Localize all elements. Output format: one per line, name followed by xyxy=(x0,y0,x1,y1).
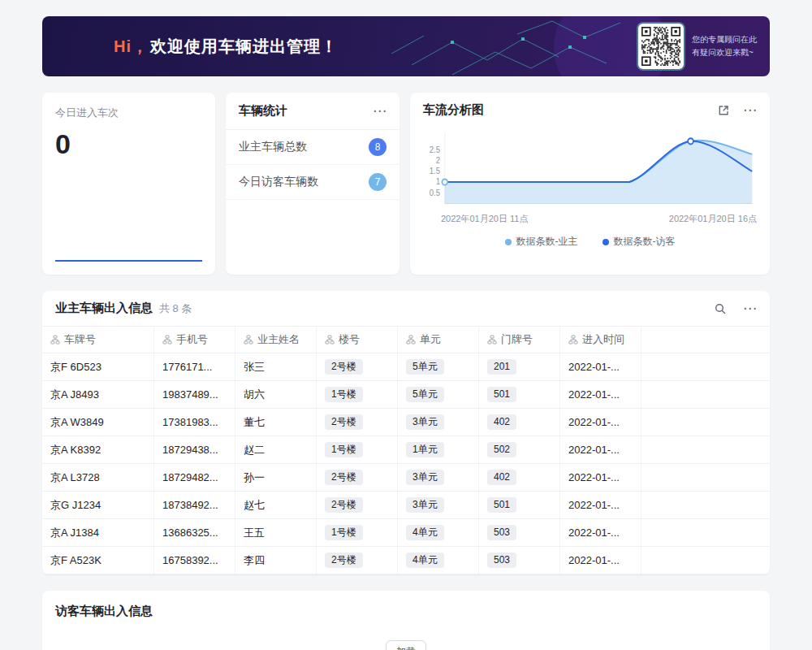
table-cell: 19837489... xyxy=(154,381,235,408)
qr-caption-line2: 有疑问欢迎来戳~ xyxy=(692,46,757,59)
option-tag: 1号楼 xyxy=(325,442,363,458)
banner-title: Hi，欢迎使用车辆进出管理！ xyxy=(114,36,338,58)
table-cell: 京A W3849 xyxy=(42,409,154,436)
table-cell-filler xyxy=(641,381,770,408)
option-tag: 1号楼 xyxy=(325,525,363,541)
svg-text:1.5: 1.5 xyxy=(430,167,441,176)
legend-label: 数据条数-访客 xyxy=(614,235,676,249)
stat-row: 今日访客车辆数7 xyxy=(226,165,400,200)
option-tag: 3单元 xyxy=(406,497,444,514)
stat-count-badge: 7 xyxy=(369,173,387,191)
today-entries-card: 今日进入车次 0 xyxy=(42,93,215,275)
chart-legend: 数据条数-业主数据条数-访客 xyxy=(423,235,757,249)
table-cell: 2022-01-... xyxy=(560,547,641,574)
traffic-chart-card: 车流分析图 ⋯ 0.511.522.5 2022年01月20日 11点 2022… xyxy=(410,93,770,275)
table-cell: 402 xyxy=(479,409,560,436)
x-axis-label-start: 2022年01月20日 11点 xyxy=(441,213,528,225)
table-cell: 2022-01-... xyxy=(560,464,641,491)
table-row[interactable]: 京A J138413686325...王五1号楼4单元5032022-01-..… xyxy=(42,519,770,547)
column-header-label: 门牌号 xyxy=(501,332,533,347)
option-tag: 5单元 xyxy=(406,387,444,403)
table-row[interactable]: 京A W384917381983...董七2号楼3单元4022022-01-..… xyxy=(42,409,770,436)
search-icon[interactable] xyxy=(714,302,727,315)
table-cell: 17381983... xyxy=(154,409,235,436)
option-tag: 2号楼 xyxy=(325,497,363,514)
table-cell-filler xyxy=(641,492,770,518)
field-type-icon xyxy=(162,335,172,344)
table-cell: 2022-01-... xyxy=(560,519,641,546)
option-tag: 2号楼 xyxy=(325,552,363,569)
option-tag: 2号楼 xyxy=(325,359,363,375)
option-tag: 402 xyxy=(487,414,516,431)
table-cell-filler xyxy=(641,519,770,546)
table-cell: 董七 xyxy=(235,409,317,436)
table-cell: 京A J8493 xyxy=(42,381,154,408)
table-cell: 孙一 xyxy=(235,464,317,491)
option-tag: 4单元 xyxy=(406,525,444,541)
table-row[interactable]: 京A J849319837489...胡六1号楼5单元5012022-01-..… xyxy=(42,381,770,409)
column-header-label: 楼号 xyxy=(339,332,360,347)
table-cell: 京F A523K xyxy=(42,547,154,574)
vehicle-stats-title: 车辆统计 xyxy=(239,103,287,119)
table-cell: 京A J1384 xyxy=(42,519,154,546)
column-header[interactable]: 进入时间 xyxy=(560,327,641,353)
table-cell: 赵七 xyxy=(235,492,317,518)
banner-title-text: 欢迎使用车辆进出管理！ xyxy=(150,37,338,55)
table-cell: 501 xyxy=(479,492,560,518)
vehicle-stats-list: 业主车辆总数8今日访客车辆数7 xyxy=(226,130,400,200)
table-cell-filler xyxy=(641,436,770,463)
more-icon[interactable]: ⋯ xyxy=(743,301,757,315)
top-cards-row: 今日进入车次 0 车辆统计 ⋯ 业主车辆总数8今日访客车辆数7 车流分析图 xyxy=(42,93,770,275)
table-cell: 3单元 xyxy=(398,409,479,436)
table-cell: 18729438... xyxy=(154,436,235,463)
column-header[interactable]: 门牌号 xyxy=(479,327,560,353)
column-header[interactable]: 手机号 xyxy=(154,327,235,353)
load-more-button[interactable]: 加载 xyxy=(386,640,426,650)
table-cell: 1号楼 xyxy=(317,436,398,463)
table-row[interactable]: 京G J123418738492...赵七2号楼3单元5012022-01-..… xyxy=(42,492,770,519)
column-header[interactable]: 单元 xyxy=(398,327,479,353)
svg-text:0.5: 0.5 xyxy=(430,188,441,197)
table-cell: 5单元 xyxy=(398,353,479,380)
table-cell: 1号楼 xyxy=(317,519,398,546)
svg-text:2: 2 xyxy=(436,155,441,164)
table-row[interactable]: 京A L372818729482...孙一2号楼3单元4022022-01-..… xyxy=(42,464,770,492)
table-cell: 赵二 xyxy=(235,436,317,463)
table-cell: 503 xyxy=(479,519,560,546)
legend-item[interactable]: 数据条数-业主 xyxy=(505,235,578,249)
stat-row: 业主车辆总数8 xyxy=(226,130,400,165)
column-header[interactable]: 楼号 xyxy=(317,327,398,353)
option-tag: 3单元 xyxy=(406,470,444,486)
option-tag: 4单元 xyxy=(406,552,444,569)
option-tag: 3单元 xyxy=(406,414,444,431)
table-cell: 2号楼 xyxy=(317,547,398,574)
table-row[interactable]: 京A K839218729438...赵二1号楼1单元5022022-01-..… xyxy=(42,436,770,464)
more-icon[interactable]: ⋯ xyxy=(743,103,757,117)
owner-table: 车牌号手机号业主姓名楼号单元门牌号进入时间 京F 6D5231776171...… xyxy=(42,326,770,574)
option-tag: 2号楼 xyxy=(325,414,363,431)
table-cell: 1单元 xyxy=(398,436,479,463)
today-entries-axis-line xyxy=(55,260,202,262)
table-cell: 18729482... xyxy=(154,464,235,491)
column-header[interactable]: 业主姓名 xyxy=(235,327,317,353)
table-cell: 2号楼 xyxy=(317,492,398,518)
table-cell: 4单元 xyxy=(398,547,479,574)
table-row[interactable]: 京F 6D5231776171...张三2号楼5单元2012022-01-... xyxy=(42,353,770,381)
table-cell: 13686325... xyxy=(154,519,235,546)
stat-label: 业主车辆总数 xyxy=(239,140,307,154)
field-type-icon xyxy=(244,335,253,344)
table-cell: 王五 xyxy=(235,519,317,546)
column-header[interactable]: 车牌号 xyxy=(42,327,154,353)
table-cell: 501 xyxy=(479,381,560,408)
stat-label: 今日访客车辆数 xyxy=(239,175,318,189)
more-icon[interactable]: ⋯ xyxy=(373,104,387,118)
export-icon[interactable] xyxy=(717,104,730,117)
table-row[interactable]: 京F A523K16758392...李四2号楼4单元5032022-01-..… xyxy=(42,547,770,574)
field-type-icon xyxy=(50,335,60,344)
table-cell-filler xyxy=(641,464,770,491)
owner-table-count: 共 8 条 xyxy=(159,301,192,316)
table-cell: 3单元 xyxy=(398,464,479,491)
table-cell: 2号楼 xyxy=(317,409,398,436)
table-cell: 2号楼 xyxy=(317,353,398,380)
legend-item[interactable]: 数据条数-访客 xyxy=(603,235,676,249)
